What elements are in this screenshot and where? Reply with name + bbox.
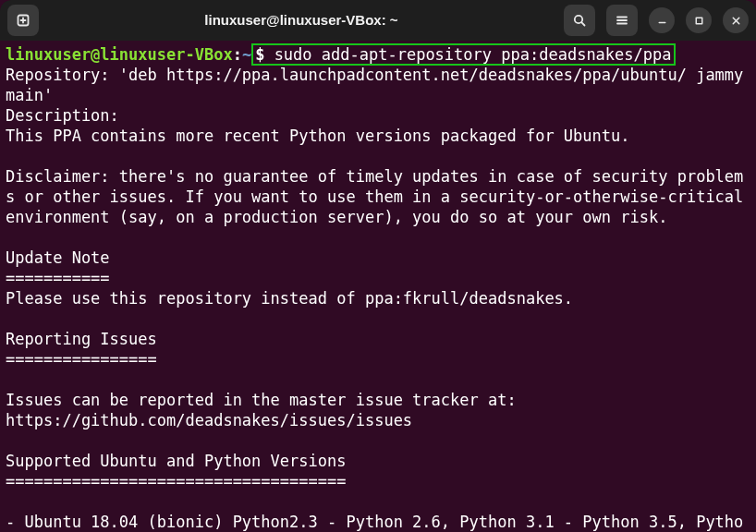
- hamburger-icon: [615, 13, 629, 28]
- svg-line-4: [581, 22, 584, 25]
- entered-command: sudo add-apt-repository ppa:deadsnakes/p…: [274, 45, 672, 64]
- new-tab-icon: [16, 13, 30, 28]
- new-tab-button[interactable]: [7, 5, 39, 36]
- maximize-button[interactable]: [686, 7, 712, 33]
- search-button[interactable]: [564, 5, 595, 36]
- prompt-dollar: $: [255, 45, 274, 64]
- search-icon: [572, 13, 587, 28]
- svg-rect-9: [696, 18, 702, 24]
- prompt-colon: :: [233, 45, 242, 64]
- minimize-button[interactable]: [649, 7, 675, 33]
- prompt-cwd: ~: [242, 45, 251, 64]
- highlighted-command-box: $ sudo add-apt-repository ppa:deadsnakes…: [251, 43, 675, 66]
- terminal-output: Repository: 'deb https://ppa.launchpadco…: [6, 66, 753, 532]
- hamburger-menu-button[interactable]: [606, 5, 638, 36]
- minimize-icon: [656, 15, 668, 27]
- terminal-area[interactable]: linuxuser@linuxuser-VBox:~$ sudo add-apt…: [0, 41, 756, 532]
- close-button[interactable]: [723, 7, 749, 33]
- prompt-user-host: linuxuser@linuxuser-VBox: [6, 45, 233, 64]
- window-titlebar: linuxuser@linuxuser-VBox: ~: [0, 0, 756, 41]
- close-icon: [730, 15, 742, 27]
- maximize-icon: [693, 15, 705, 27]
- window-title: linuxuser@linuxuser-VBox: ~: [46, 10, 556, 30]
